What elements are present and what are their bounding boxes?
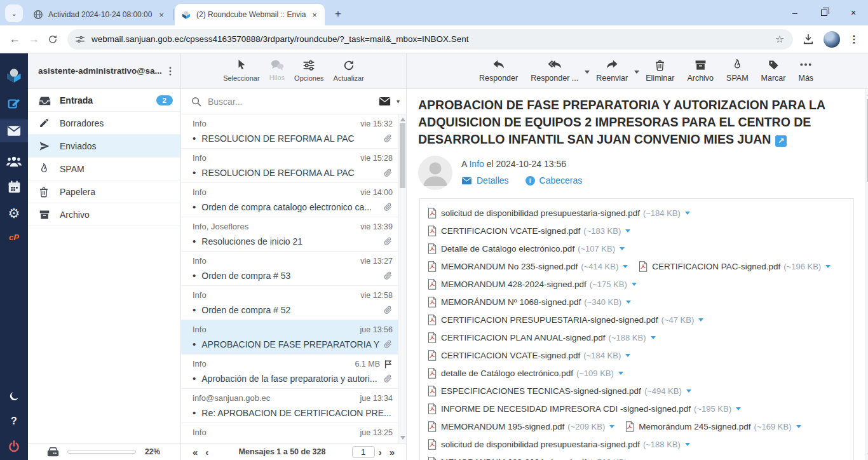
reload-button[interactable] [47,34,58,45]
attachment-link[interactable]: Detalle de Catálogo electrónico.pdf (~10… [428,240,625,257]
tab-search-button[interactable]: ⌄ [5,4,23,22]
attachment-menu-caret[interactable] [632,283,637,286]
attachment-menu-caret[interactable] [736,407,741,410]
compose-button[interactable] [7,97,21,111]
spam-button[interactable]: SPAM [720,59,755,88]
profile-avatar[interactable] [824,31,840,48]
settings-nav-button[interactable]: ⚙ [8,206,20,220]
mark-button[interactable]: Marcar [755,59,792,88]
archive-button[interactable]: Archivo [681,59,720,88]
address-bar[interactable]: webmail.sanjuan.gob.ec/cpsess4163570888/… [67,29,793,50]
attachment-link[interactable]: CERTIFICACION VCATE-signed.pdf (~184 KB) [428,346,630,364]
cpanel-icon[interactable]: cP [9,233,19,242]
tab-close-icon[interactable]: × [309,10,320,20]
forward-button[interactable]: Reenviar [590,59,634,88]
logout-power-icon[interactable] [7,440,21,454]
headers-link[interactable]: Cabeceras [539,175,583,186]
tab-close-icon[interactable]: × [156,10,166,20]
tune-icon[interactable] [75,34,85,44]
details-link[interactable]: Detalles [477,175,509,186]
folder-spam[interactable]: SPAM [28,158,180,180]
reply-all-menu-caret[interactable] [585,71,590,74]
attachment-link[interactable]: MEMORANDUM 195-signed.pdf (~209 KB) [428,417,614,435]
new-tab-button[interactable]: + [330,6,346,22]
message-row[interactable]: Info 6.1 MB Aprobación de la fase prepar… [181,355,398,389]
bookmark-star-icon[interactable]: ☆ [771,33,788,45]
attachment-menu-caret[interactable] [686,389,691,393]
open-in-new-window-icon[interactable]: ↗ [775,135,787,147]
attachment-link[interactable]: detalle de Catálogo electrónico.pdf (~10… [428,364,623,382]
search-scope-envelope-icon[interactable] [379,97,391,106]
search-scope-chevron-icon[interactable]: ▾ [397,98,400,105]
attachment-menu-caret[interactable] [698,318,703,321]
message-row[interactable]: Info vie 15:28 RESOLUCION DE REFORMA AL … [181,149,398,183]
folder-enviados[interactable]: Enviados [28,135,180,158]
forward-menu-caret[interactable] [634,71,639,74]
search-input[interactable] [208,97,379,107]
back-button[interactable]: ← [5,32,24,46]
message-row[interactable]: Info vie 14:00 Orden de compra catalogo … [181,183,398,217]
reply-button[interactable]: Responder [473,59,524,88]
message-row[interactable]: Info vie 13:27 Orden de compra # 53 [181,252,398,286]
message-row[interactable]: Info jue 13:25 [181,423,398,443]
attachment-link[interactable]: CERTIFICACION PLAN ANUAL-signed.pdf (~18… [428,328,656,346]
attachment-menu-caret[interactable] [623,265,628,268]
calendar-nav-button[interactable] [8,180,21,194]
scroll-thumb[interactable] [400,123,405,188]
attachment-menu-caret[interactable] [625,354,630,357]
tab-actividad[interactable]: Actividad 2024-10-24 08:00:00 | × [27,4,172,25]
minimize-button[interactable]: – [780,0,810,25]
mail-nav-button[interactable] [0,119,28,142]
folder-borradores[interactable]: Borradores [28,112,180,135]
last-page-button[interactable]: » [386,447,398,457]
account-menu-icon[interactable]: ⋮ [165,65,175,77]
dark-mode-icon[interactable] [8,390,20,403]
attachment-link[interactable]: solicitud de disponibilidad presupuestar… [428,204,690,222]
forward-button[interactable]: → [24,32,43,46]
message-row[interactable]: info@sanjuan.gob.ec jue 13:34 Re: APROBA… [181,389,398,423]
attachment-link[interactable]: MEMORANDUM No 235-signed.pdf (~414 KB) [428,257,628,275]
attachment-link[interactable]: MEMORANDUM 428-2024-signed.pdf (~175 KB) [428,275,637,293]
attachment-link[interactable]: MEMORANDUM 389-2024-signed.pdf (~762 KB) [428,453,637,460]
attachment-menu-caret[interactable] [685,443,690,446]
attachment-menu-caret[interactable] [626,301,631,304]
reader-scrollbar[interactable] [865,89,868,460]
restore-button[interactable] [810,0,839,25]
list-scrollbar[interactable] [398,114,406,443]
message-row[interactable]: Info vie 15:32 RESOLUCION DE REFORMA AL … [181,114,398,149]
attachment-menu-caret[interactable] [651,336,656,339]
attachment-menu-caret[interactable] [618,372,623,375]
threads-button[interactable]: Hilos [269,59,285,88]
attachment-menu-caret[interactable] [825,265,831,268]
attachment-link[interactable]: INFORME DE NECESIDAD IMPRESORA CDI -sign… [428,400,741,417]
page-number-input[interactable] [352,446,375,458]
folder-papelera[interactable]: Papelera [28,180,180,203]
folder-archivo[interactable]: Archivo [28,203,180,226]
attachment-link[interactable]: CERTIFICACION PAC-signed.pdf (~196 KB) [639,257,831,275]
recipient-link[interactable]: Info [469,159,484,169]
contacts-nav-button[interactable] [6,155,22,168]
attachment-menu-caret[interactable] [685,212,690,215]
scroll-up-icon[interactable] [400,118,405,121]
delete-button[interactable]: Eliminar [639,59,681,88]
browser-menu-icon[interactable]: ⋮ [849,33,859,45]
attachment-link[interactable]: Memorándum 245-signed.pdf (~169 KB) [625,417,801,435]
attachment-link[interactable]: ESPECIFICACIONES TECNICAS-signed-signed.… [428,382,691,400]
attachment-menu-caret[interactable] [625,229,630,233]
attachment-link[interactable]: solicitud de disponibilidad presupuestar… [428,435,690,453]
attachment-link[interactable]: CERTIFICACION PRESUPUESTARIA-signed-sign… [428,311,703,328]
attachment-link[interactable]: MEMORÁNDUM Nº 1068-signed.pdf (~340 KB) [428,293,631,311]
attachment-menu-caret[interactable] [620,247,625,250]
close-window-button[interactable]: × [839,0,868,25]
refresh-button[interactable]: Actualizar [334,59,364,88]
more-button[interactable]: Más [792,59,820,88]
options-button[interactable]: Opciones [294,59,323,88]
attachment-link[interactable]: CERTIFICACION VCATE-signed.pdf (~183 KB) [428,222,630,240]
message-row[interactable]: Info, Joseflores vie 13:39 Resoluciones … [181,217,398,252]
reply-all-button[interactable]: Responder ... [524,59,585,88]
attachment-menu-caret[interactable] [609,425,614,428]
help-icon[interactable]: ? [11,416,17,427]
downloads-icon[interactable] [802,33,815,46]
prev-page-button[interactable]: ‹ [201,447,212,457]
message-row[interactable]: Info jue 13:56 APROBACION DE FASE PREPAR… [181,320,398,355]
